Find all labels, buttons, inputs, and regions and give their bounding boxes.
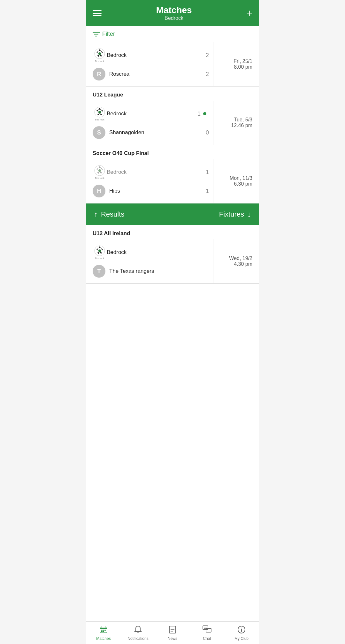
team-row-bedrock-2: Bedrock Bedrock 1 [93, 104, 209, 124]
match-date-4: Wed, 19/2 [229, 256, 252, 261]
nav-label-notifications: Notifications [127, 636, 148, 641]
team-score-hibs: 1 [203, 188, 209, 195]
match-teams-3: Bedrock Bedrock 1 H Hibs 1 [93, 159, 209, 203]
team-name-bedrock-3: Bedrock [107, 169, 200, 175]
team-name-roscrea: Roscrea [109, 71, 200, 77]
team-name-texas-rangers: The Texas rangers [109, 268, 209, 274]
soccer-ball-icon-2 [94, 106, 105, 118]
match-teams-4: Bedrock Bedrock T The Texas rangers [93, 239, 209, 283]
team-name-bedrock-4: Bedrock [107, 249, 209, 256]
header-title: Matches [102, 5, 246, 15]
arrow-down-icon: ↓ [247, 210, 251, 219]
results-button[interactable]: ↑ Results [94, 210, 124, 219]
svg-point-23 [98, 169, 101, 172]
match-hour-1: 8.00 pm [234, 64, 252, 70]
match-teams-1: Bedrock Bedrock 2 R Roscrea 2 [93, 42, 209, 86]
team-name-shannagolden: Shannagolden [109, 129, 200, 136]
team-row-bedrock-1: Bedrock Bedrock 2 [93, 45, 209, 65]
match-time-1: Fri, 25/1 8.00 pm [217, 42, 252, 86]
match-divider-2 [213, 101, 213, 145]
team-score-bedrock-3: 1 [203, 169, 209, 176]
match-hour-3: 6.30 pm [234, 181, 252, 187]
team-initial-s: S [93, 126, 105, 139]
chat-icon [203, 625, 211, 635]
svg-point-16 [98, 111, 101, 113]
match-divider-4 [213, 239, 213, 283]
filter-icon [93, 31, 100, 37]
results-fixtures-bar: ↑ Results Fixtures ↓ [86, 203, 259, 225]
section-title-u12-league: U12 League [86, 87, 259, 101]
menu-button[interactable] [93, 10, 102, 16]
nav-item-matches[interactable]: Matches [86, 622, 121, 644]
team-score-shannagolden: 0 [203, 129, 209, 136]
team-name-bedrock-1: Bedrock [107, 52, 200, 58]
info-circle-icon [237, 625, 246, 635]
news-icon [169, 625, 176, 635]
team-score-bedrock-2: 1 [194, 111, 201, 117]
match-date-1: Fri, 25/1 [234, 58, 252, 64]
svg-rect-37 [104, 630, 106, 631]
team-score-roscrea: 2 [203, 71, 209, 78]
match-date-2: Tue, 5/3 [234, 117, 252, 123]
nav-item-news[interactable]: News [155, 622, 190, 644]
match-row-3[interactable]: Bedrock Bedrock 1 H Hibs 1 Mon, 11/3 6.3… [86, 159, 259, 203]
match-section-2[interactable]: U12 League Bedrock [86, 87, 259, 145]
match-section-3[interactable]: Soccer O40 Cup Final Bedr [86, 145, 259, 203]
svg-rect-38 [101, 631, 103, 632]
nav-label-chat: Chat [203, 636, 211, 641]
svg-point-9 [98, 52, 101, 55]
arrow-up-icon: ↑ [94, 210, 98, 219]
nav-item-myclub[interactable]: My Club [224, 622, 259, 644]
team-row-bedrock-4: Bedrock Bedrock [93, 242, 209, 262]
match-section-1[interactable]: Bedrock Bedrock 2 R Roscrea 2 Fri, 25/1 … [86, 42, 259, 87]
match-teams-2: Bedrock Bedrock 1 S Shannagolden 0 [93, 101, 209, 145]
bedrock-logo-3: Bedrock [93, 165, 107, 180]
match-row-2[interactable]: Bedrock Bedrock 1 S Shannagolden 0 Tue, … [86, 101, 259, 145]
soccer-ball-icon-1 [94, 48, 105, 59]
nav-item-chat[interactable]: Chat [190, 622, 224, 644]
match-section-4[interactable]: U12 All Ireland Bedrock [86, 225, 259, 284]
svg-point-52 [241, 628, 242, 628]
team-name-hibs: Hibs [109, 188, 200, 194]
match-row-4[interactable]: Bedrock Bedrock T The Texas rangers Wed,… [86, 239, 259, 283]
bedrock-logo-4: Bedrock [93, 245, 107, 260]
bedrock-logo-2: Bedrock [93, 106, 107, 121]
match-row-1[interactable]: Bedrock Bedrock 2 R Roscrea 2 Fri, 25/1 … [86, 42, 259, 86]
svg-rect-46 [203, 626, 208, 630]
svg-rect-35 [101, 630, 103, 631]
nav-label-matches: Matches [96, 636, 111, 641]
team-row-hibs: H Hibs 1 [93, 182, 209, 200]
bottom-nav: Matches Notifications News [86, 621, 259, 644]
team-row-bedrock-3: Bedrock Bedrock 1 [93, 162, 209, 182]
header-center: Matches Bedrock [102, 5, 246, 21]
live-indicator [203, 112, 206, 115]
team-row-texas-rangers: T The Texas rangers [93, 262, 209, 280]
filter-bar[interactable]: Filter [86, 26, 259, 42]
header-subtitle: Bedrock [102, 15, 246, 21]
soccer-ball-icon-3 [94, 165, 105, 176]
svg-rect-36 [103, 630, 104, 631]
match-time-3: Mon, 11/3 6.30 pm [217, 159, 252, 203]
section-title-soccer-o40: Soccer O40 Cup Final [86, 145, 259, 159]
match-time-2: Tue, 5/3 12.46 pm [217, 101, 252, 145]
team-initial-t: T [93, 265, 105, 278]
nav-item-notifications[interactable]: Notifications [121, 622, 155, 644]
results-label: Results [101, 210, 124, 218]
match-time-4: Wed, 19/2 4.30 pm [217, 239, 252, 283]
nav-label-myclub: My Club [234, 636, 249, 641]
calendar-icon [99, 625, 108, 635]
team-row-shannagolden: S Shannagolden 0 [93, 124, 209, 142]
fixtures-button[interactable]: Fixtures ↓ [219, 210, 251, 219]
add-button[interactable]: + [246, 7, 252, 19]
team-initial-h: H [93, 185, 105, 197]
team-row-roscrea: R Roscrea 2 [93, 65, 209, 83]
svg-point-30 [98, 249, 101, 252]
svg-rect-39 [103, 631, 104, 632]
match-hour-2: 12.46 pm [231, 123, 252, 128]
nav-label-news: News [168, 636, 177, 641]
match-date-3: Mon, 11/3 [230, 175, 252, 181]
team-initial-r: R [93, 68, 105, 80]
match-divider-3 [213, 159, 213, 203]
match-divider-1 [213, 42, 213, 86]
team-name-bedrock-2: Bedrock [107, 111, 192, 117]
